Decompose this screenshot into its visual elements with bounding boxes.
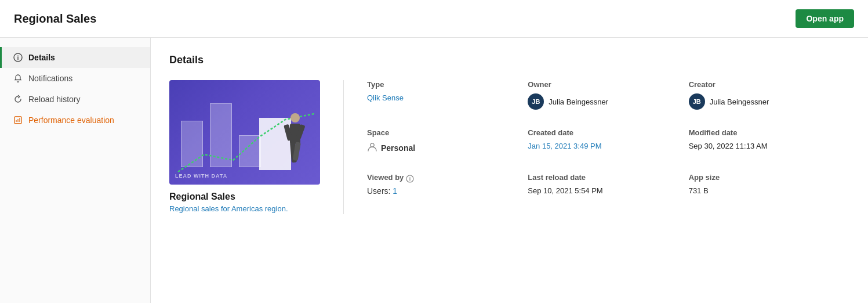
header: Regional Sales Open app	[0, 0, 868, 38]
viewed-by-label: Viewed by	[367, 173, 404, 182]
modified-date-value: Sep 30, 2022 11:13 AM	[689, 142, 831, 150]
owner-label: Owner	[528, 80, 670, 89]
main-content: Details	[151, 38, 868, 303]
sidebar-item-details[interactable]: Details	[0, 47, 150, 68]
creator-row: JB Julia Beingessner	[689, 93, 831, 110]
owner-row: JB Julia Beingessner	[528, 93, 670, 110]
app-preview: LEAD WITH DATA Regional Sales Regional s…	[169, 80, 320, 214]
sidebar-item-notifications-label: Notifications	[28, 74, 72, 83]
thumbnail-inner: LEAD WITH DATA	[169, 80, 320, 185]
app-thumbnail: LEAD WITH DATA	[169, 80, 320, 185]
creator-cell: Creator JB Julia Beingessner	[689, 80, 849, 128]
app-size-value: 731 B	[689, 186, 831, 195]
creator-name: Julia Beingessner	[710, 98, 769, 106]
app-size-cell: App size 731 B	[689, 173, 849, 214]
modified-date-label: Modified date	[689, 128, 831, 137]
last-reload-label: Last reload date	[528, 173, 670, 182]
sidebar-item-reload-label: Reload history	[28, 95, 81, 104]
app-name: Regional Sales	[169, 192, 320, 202]
sidebar-item-performance-label: Performance evaluation	[28, 116, 114, 125]
created-date-label: Created date	[528, 128, 670, 137]
space-cell: Space Personal	[367, 128, 528, 173]
svg-point-7	[290, 113, 300, 122]
users-label: Users:	[367, 186, 390, 196]
type-cell: Type Qlik Sense	[367, 80, 528, 128]
owner-avatar: JB	[528, 93, 544, 110]
svg-point-16	[410, 177, 411, 178]
open-app-button[interactable]: Open app	[796, 9, 854, 28]
users-value: Users: 1	[367, 186, 509, 196]
details-content: LEAD WITH DATA Regional Sales Regional s…	[169, 80, 849, 214]
bell-icon	[13, 74, 23, 83]
type-value[interactable]: Qlik Sense	[367, 93, 509, 102]
info-circle-icon[interactable]	[406, 175, 414, 185]
svg-point-13	[371, 143, 374, 147]
modified-date-cell: Modified date Sep 30, 2022 11:13 AM	[689, 128, 849, 173]
space-row: Personal	[367, 142, 509, 154]
last-reload-cell: Last reload date Sep 10, 2021 5:54 PM	[528, 173, 688, 214]
sidebar: Details Notifications Reload history	[0, 38, 151, 303]
sidebar-item-performance[interactable]: Performance evaluation	[0, 110, 150, 131]
reload-icon	[13, 95, 23, 104]
svg-point-2	[17, 55, 19, 56]
app-layout: Details Notifications Reload history	[0, 38, 868, 303]
performance-icon	[13, 116, 23, 125]
type-label: Type	[367, 80, 509, 89]
created-date-value: Jan 15, 2021 3:49 PM	[528, 142, 670, 150]
info-icon	[13, 53, 23, 62]
users-count: 1	[393, 186, 397, 196]
person-icon	[367, 142, 377, 154]
info-grid: Type Qlik Sense Owner JB Julia Beingessn…	[343, 80, 849, 214]
creator-label: Creator	[689, 80, 831, 89]
creator-avatar: JB	[689, 93, 705, 110]
section-title: Details	[169, 54, 849, 66]
thumbnail-label: LEAD WITH DATA	[175, 173, 227, 179]
last-reload-value: Sep 10, 2021 5:54 PM	[528, 186, 670, 195]
page-title: Regional Sales	[14, 12, 96, 26]
sidebar-item-reload-history[interactable]: Reload history	[0, 89, 150, 110]
viewed-by-cell: Viewed by Users: 1	[367, 173, 528, 214]
sidebar-item-notifications[interactable]: Notifications	[0, 68, 150, 89]
created-date-cell: Created date Jan 15, 2021 3:49 PM	[528, 128, 688, 173]
sidebar-item-details-label: Details	[28, 53, 55, 62]
viewed-by-label-row: Viewed by	[367, 173, 509, 186]
app-size-label: App size	[689, 173, 831, 182]
owner-name: Julia Beingessner	[549, 98, 608, 106]
app-description: Regional sales for Americas region.	[169, 204, 320, 213]
space-label: Space	[367, 128, 509, 137]
owner-cell: Owner JB Julia Beingessner	[528, 80, 688, 128]
space-name: Personal	[381, 143, 415, 153]
person-figure	[279, 112, 311, 173]
